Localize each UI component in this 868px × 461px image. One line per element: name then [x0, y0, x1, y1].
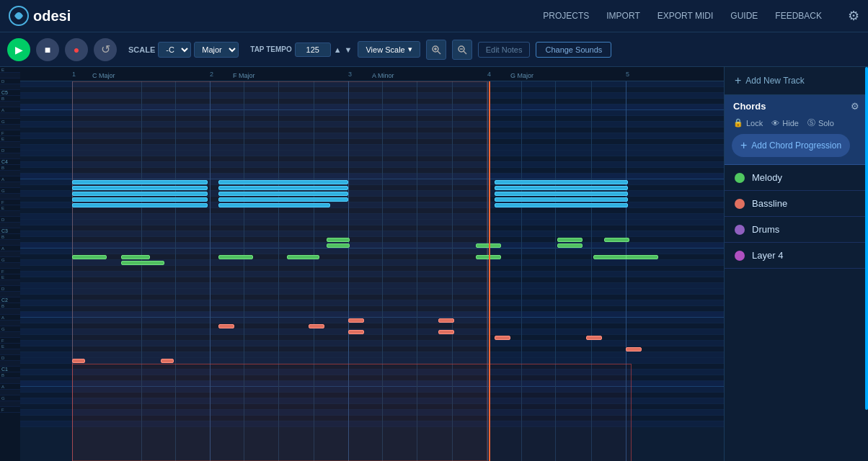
nav-feedback[interactable]: FEEDBACK: [775, 11, 822, 21]
note-block[interactable]: [495, 197, 628, 202]
piano-roll[interactable]: 5 4 3 2 1: [20, 81, 724, 461]
tempo-up-icon[interactable]: ▲: [334, 45, 342, 54]
note-block[interactable]: [586, 336, 602, 340]
zoom-out-button[interactable]: [452, 40, 472, 60]
note-block[interactable]: [438, 318, 454, 323]
chords-hide-control[interactable]: 👁 Hide: [771, 119, 799, 127]
note-block[interactable]: [604, 238, 629, 242]
playhead: [489, 81, 490, 461]
note-block[interactable]: [495, 336, 510, 340]
note-block[interactable]: [121, 261, 164, 265]
edit-notes-button[interactable]: Edit Notes: [478, 42, 531, 58]
note-block[interactable]: [626, 347, 642, 352]
note-block[interactable]: [72, 203, 208, 207]
note-block[interactable]: [218, 197, 348, 202]
tempo-down-icon[interactable]: ▼: [345, 45, 353, 54]
note-block[interactable]: [593, 255, 629, 259]
nav-guide[interactable]: GUIDE: [730, 11, 758, 21]
play-button[interactable]: ▶: [7, 38, 30, 61]
note-block[interactable]: [218, 186, 348, 190]
chords-lock-control[interactable]: 🔒 Lock: [733, 118, 763, 127]
note-block[interactable]: [72, 186, 208, 190]
settings-button[interactable]: ⚙: [848, 8, 859, 24]
note-block[interactable]: [72, 197, 208, 202]
add-chord-plus-icon: +: [740, 139, 747, 152]
lock-label: Lock: [746, 119, 763, 127]
note-block[interactable]: [495, 192, 628, 196]
track-item-bassline[interactable]: Bassline: [725, 191, 868, 217]
bassline-track-name: Bassline: [752, 198, 787, 209]
note-block[interactable]: [161, 359, 174, 363]
add-chord-label: Add Chord Progression: [751, 140, 841, 151]
view-scale-label: View Scale: [366, 45, 404, 54]
add-track-button[interactable]: + Add New Track: [725, 67, 868, 95]
note-block[interactable]: [218, 255, 253, 259]
add-chord-progression-button[interactable]: + Add Chord Progression: [732, 134, 850, 157]
tap-tempo-label: TAP TEMPO: [250, 45, 291, 53]
logo-text: odesi: [33, 8, 71, 24]
loop-button[interactable]: ↺: [94, 38, 117, 61]
note-block[interactable]: [287, 255, 319, 259]
sidebar: + Add New Track Chords ⚙ 🔒 Lock 👁 Hide Ⓢ: [724, 67, 868, 461]
note-block[interactable]: [327, 243, 350, 248]
logo-icon: [9, 6, 29, 26]
note-block[interactable]: [309, 324, 324, 328]
note-block[interactable]: [218, 192, 348, 196]
grid-area[interactable]: 1 2 3 4 5 C Major F Major A Minor G Majo…: [20, 67, 724, 461]
scale-key-select[interactable]: -CCDE: [158, 42, 191, 58]
note-block[interactable]: [348, 318, 364, 323]
nav-import[interactable]: IMPORT: [606, 11, 639, 21]
note-block[interactable]: [557, 238, 583, 242]
piano-labels: EDC5BAGFEDC4BAGFEDC3BAGFEDC2BAGFEDC1BAGF: [0, 67, 20, 461]
nav-export-midi[interactable]: EXPORT MIDI: [657, 11, 714, 21]
chord-label-c-major: C Major: [92, 72, 115, 79]
chords-gear-icon[interactable]: ⚙: [851, 101, 859, 112]
ruler-mark-1: 1: [72, 71, 76, 78]
tempo-section: TAP TEMPO ▲ ▼: [250, 42, 352, 57]
zoom-in-button[interactable]: [426, 40, 446, 60]
note-block[interactable]: [626, 255, 658, 259]
bassline-color-dot: [735, 199, 745, 209]
note-block[interactable]: [348, 330, 364, 334]
change-sounds-button[interactable]: Change Sounds: [536, 42, 611, 58]
note-block[interactable]: [557, 243, 583, 248]
ruler-mark-4: 4: [487, 71, 491, 78]
record-button[interactable]: ●: [65, 38, 88, 61]
note-block[interactable]: [72, 255, 107, 259]
note-block[interactable]: [121, 255, 150, 259]
chord-label-a-minor: A Minor: [372, 72, 394, 79]
scale-label: SCALE: [128, 45, 155, 54]
toolbar: ▶ ■ ● ↺ SCALE -CCDE MajorMinor TAP TEMPO…: [0, 32, 868, 67]
scale-type-select[interactable]: MajorMinor: [194, 42, 239, 58]
note-block[interactable]: [72, 192, 208, 196]
note-block[interactable]: [72, 359, 85, 363]
app-header: odesi PROJECTS IMPORT EXPORT MIDI GUIDE …: [0, 0, 868, 32]
note-block[interactable]: [495, 186, 628, 190]
chords-title: Chords: [733, 101, 766, 112]
view-scale-button[interactable]: View Scale ▾: [358, 41, 420, 58]
zoom-in-icon: [431, 45, 441, 55]
note-block[interactable]: [495, 203, 628, 207]
note-block[interactable]: [327, 238, 350, 242]
zoom-out-icon: [457, 45, 467, 55]
svg-line-6: [464, 51, 466, 54]
note-block[interactable]: [218, 203, 330, 207]
track-item-layer4[interactable]: Layer 4: [725, 243, 868, 269]
note-block[interactable]: [218, 180, 348, 184]
track-item-melody[interactable]: Melody: [725, 165, 868, 191]
stop-button[interactable]: ■: [36, 38, 59, 61]
view-scale-arrow-icon: ▾: [408, 45, 412, 54]
melody-track-name: Melody: [752, 172, 782, 183]
track-item-drums[interactable]: Drums: [725, 217, 868, 243]
nav-projects[interactable]: PROJECTS: [543, 11, 589, 21]
note-block[interactable]: [218, 324, 234, 328]
note-block[interactable]: [72, 180, 208, 184]
tempo-input[interactable]: [295, 42, 331, 57]
layer4-color-dot: [735, 251, 745, 261]
hide-label: Hide: [782, 119, 799, 127]
melody-color-dot: [735, 173, 745, 183]
chords-solo-control[interactable]: Ⓢ Solo: [807, 117, 834, 128]
note-block[interactable]: [438, 330, 454, 334]
scrollbar-indicator[interactable]: [865, 67, 868, 410]
note-block[interactable]: [495, 180, 628, 184]
